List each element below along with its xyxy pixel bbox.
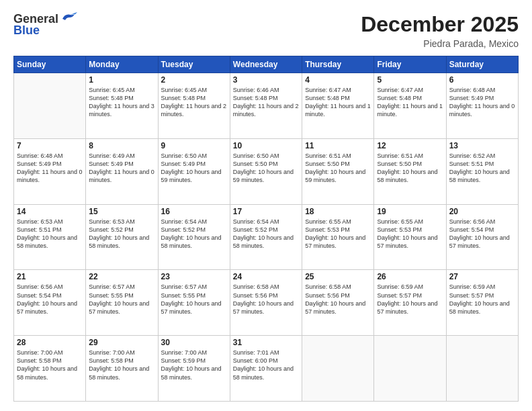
day-of-week-header: Friday: [374, 56, 446, 73]
sunrise-text: Sunrise: 6:47 AM: [305, 87, 351, 93]
day-info: Sunrise: 6:48 AM Sunset: 5:49 PM Dayligh…: [449, 86, 515, 119]
day-number: 26: [377, 272, 443, 281]
day-info: Sunrise: 6:52 AM Sunset: 5:51 PM Dayligh…: [449, 152, 515, 185]
daylight-text: Daylight: 10 hours and 57 minutes.: [233, 300, 294, 315]
day-number: 25: [305, 272, 371, 281]
sunrise-text: Sunrise: 6:59 AM: [449, 283, 496, 290]
day-info: Sunrise: 6:49 AM Sunset: 5:49 PM Dayligh…: [89, 152, 154, 185]
day-number: 17: [233, 207, 299, 216]
day-number: 21: [17, 272, 83, 281]
day-number: 1: [89, 75, 154, 85]
day-number: 8: [89, 141, 154, 150]
sunset-text: Sunset: 5:54 PM: [17, 292, 62, 299]
location: Piedra Parada, Mexico: [361, 38, 519, 49]
day-number: 18: [305, 207, 371, 216]
daylight-text: Daylight: 10 hours and 57 minutes.: [305, 234, 365, 249]
day-of-week-header: Thursday: [302, 56, 374, 73]
calendar-cell: 21 Sunrise: 6:56 AM Sunset: 5:54 PM Dayl…: [14, 270, 86, 336]
day-info: Sunrise: 6:54 AM Sunset: 5:52 PM Dayligh…: [161, 218, 227, 250]
calendar-cell: 20 Sunrise: 6:56 AM Sunset: 5:54 PM Dayl…: [446, 204, 518, 270]
calendar-cell: 9 Sunrise: 6:50 AM Sunset: 5:49 PM Dayli…: [158, 138, 230, 204]
calendar-cell: 5 Sunrise: 6:47 AM Sunset: 5:48 PM Dayli…: [374, 73, 446, 139]
daylight-text: Daylight: 10 hours and 59 minutes.: [305, 169, 365, 183]
day-number: 31: [233, 338, 299, 347]
daylight-text: Daylight: 10 hours and 58 minutes.: [17, 365, 77, 380]
day-info: Sunrise: 6:57 AM Sunset: 5:55 PM Dayligh…: [161, 283, 227, 316]
day-number: 27: [449, 272, 515, 281]
sunset-text: Sunset: 5:48 PM: [305, 95, 350, 101]
sunrise-text: Sunrise: 7:00 AM: [89, 349, 135, 356]
day-number: 23: [161, 272, 227, 281]
daylight-text: Daylight: 10 hours and 59 minutes.: [161, 169, 222, 183]
day-info: Sunrise: 7:00 AM Sunset: 5:59 PM Dayligh…: [161, 349, 227, 381]
sunset-text: Sunset: 5:51 PM: [449, 161, 494, 167]
sunrise-text: Sunrise: 6:57 AM: [161, 283, 208, 290]
calendar-week-row: 28 Sunrise: 7:00 AM Sunset: 5:58 PM Dayl…: [14, 336, 519, 402]
sunset-text: Sunset: 6:00 PM: [233, 357, 278, 364]
sunrise-text: Sunrise: 6:55 AM: [305, 218, 351, 225]
calendar-cell: 11 Sunrise: 6:51 AM Sunset: 5:50 PM Dayl…: [302, 138, 374, 204]
day-info: Sunrise: 6:45 AM Sunset: 5:48 PM Dayligh…: [161, 86, 227, 119]
calendar-cell: [14, 73, 86, 139]
day-info: Sunrise: 6:47 AM Sunset: 5:48 PM Dayligh…: [377, 86, 443, 119]
calendar-cell: 24 Sunrise: 6:58 AM Sunset: 5:56 PM Dayl…: [230, 270, 302, 336]
header: General Blue December 2025 Piedra Parada…: [13, 12, 519, 49]
calendar-cell: 1 Sunrise: 6:45 AM Sunset: 5:48 PM Dayli…: [86, 73, 158, 139]
sunset-text: Sunset: 5:48 PM: [377, 95, 422, 101]
daylight-text: Daylight: 11 hours and 1 minute.: [377, 103, 443, 118]
sunset-text: Sunset: 5:49 PM: [89, 161, 134, 167]
calendar-week-row: 14 Sunrise: 6:53 AM Sunset: 5:51 PM Dayl…: [14, 204, 519, 270]
month-title: December 2025: [361, 12, 519, 37]
sunrise-text: Sunrise: 6:52 AM: [449, 152, 496, 159]
calendar-week-row: 1 Sunrise: 6:45 AM Sunset: 5:48 PM Dayli…: [14, 73, 519, 139]
sunrise-text: Sunrise: 6:58 AM: [233, 283, 279, 290]
day-info: Sunrise: 7:01 AM Sunset: 6:00 PM Dayligh…: [233, 349, 299, 381]
day-number: 24: [233, 272, 299, 281]
calendar-cell: 29 Sunrise: 7:00 AM Sunset: 5:58 PM Dayl…: [86, 336, 158, 402]
sunset-text: Sunset: 5:52 PM: [161, 226, 206, 233]
sunrise-text: Sunrise: 6:47 AM: [377, 87, 423, 93]
sunrise-text: Sunrise: 6:48 AM: [449, 87, 496, 93]
calendar-week-row: 7 Sunrise: 6:48 AM Sunset: 5:49 PM Dayli…: [14, 138, 519, 204]
day-of-week-header: Wednesday: [230, 56, 302, 73]
sunset-text: Sunset: 5:55 PM: [161, 292, 206, 299]
daylight-text: Daylight: 10 hours and 57 minutes.: [377, 234, 437, 249]
day-number: 16: [161, 207, 227, 216]
day-number: 4: [305, 75, 371, 85]
sunrise-text: Sunrise: 6:54 AM: [161, 218, 208, 225]
sunrise-text: Sunrise: 6:51 AM: [305, 152, 351, 159]
sunset-text: Sunset: 5:49 PM: [161, 161, 206, 167]
daylight-text: Daylight: 11 hours and 1 minute.: [305, 103, 371, 118]
daylight-text: Daylight: 10 hours and 58 minutes.: [233, 365, 294, 380]
sunset-text: Sunset: 5:51 PM: [17, 226, 62, 233]
daylight-text: Daylight: 11 hours and 3 minutes.: [89, 103, 154, 118]
calendar-cell: 25 Sunrise: 6:58 AM Sunset: 5:56 PM Dayl…: [302, 270, 374, 336]
day-info: Sunrise: 6:53 AM Sunset: 5:52 PM Dayligh…: [89, 218, 154, 250]
page: General Blue December 2025 Piedra Parada…: [0, 0, 532, 411]
sunrise-text: Sunrise: 7:00 AM: [17, 349, 63, 356]
sunset-text: Sunset: 5:56 PM: [305, 292, 350, 299]
day-info: Sunrise: 7:00 AM Sunset: 5:58 PM Dayligh…: [17, 349, 83, 381]
day-info: Sunrise: 6:51 AM Sunset: 5:50 PM Dayligh…: [377, 152, 443, 185]
daylight-text: Daylight: 10 hours and 57 minutes.: [305, 300, 365, 315]
sunset-text: Sunset: 5:50 PM: [233, 161, 278, 167]
day-number: 3: [233, 75, 299, 85]
sunset-text: Sunset: 5:50 PM: [305, 161, 350, 167]
day-info: Sunrise: 6:58 AM Sunset: 5:56 PM Dayligh…: [233, 283, 299, 316]
day-number: 12: [377, 141, 443, 150]
daylight-text: Daylight: 10 hours and 58 minutes.: [89, 234, 149, 249]
daylight-text: Daylight: 11 hours and 0 minutes.: [449, 103, 515, 118]
calendar-cell: 30 Sunrise: 7:00 AM Sunset: 5:59 PM Dayl…: [158, 336, 230, 402]
calendar-cell: 28 Sunrise: 7:00 AM Sunset: 5:58 PM Dayl…: [14, 336, 86, 402]
calendar-cell: 3 Sunrise: 6:46 AM Sunset: 5:48 PM Dayli…: [230, 73, 302, 139]
calendar-cell: 4 Sunrise: 6:47 AM Sunset: 5:48 PM Dayli…: [302, 73, 374, 139]
day-number: 30: [161, 338, 227, 347]
sunrise-text: Sunrise: 6:50 AM: [161, 152, 208, 159]
day-number: 11: [305, 141, 371, 150]
sunrise-text: Sunrise: 6:54 AM: [233, 218, 279, 225]
daylight-text: Daylight: 10 hours and 58 minutes.: [449, 169, 510, 183]
sunset-text: Sunset: 5:52 PM: [233, 226, 278, 233]
day-number: 9: [161, 141, 227, 150]
sunset-text: Sunset: 5:48 PM: [233, 95, 278, 101]
calendar-cell: 26 Sunrise: 6:59 AM Sunset: 5:57 PM Dayl…: [374, 270, 446, 336]
